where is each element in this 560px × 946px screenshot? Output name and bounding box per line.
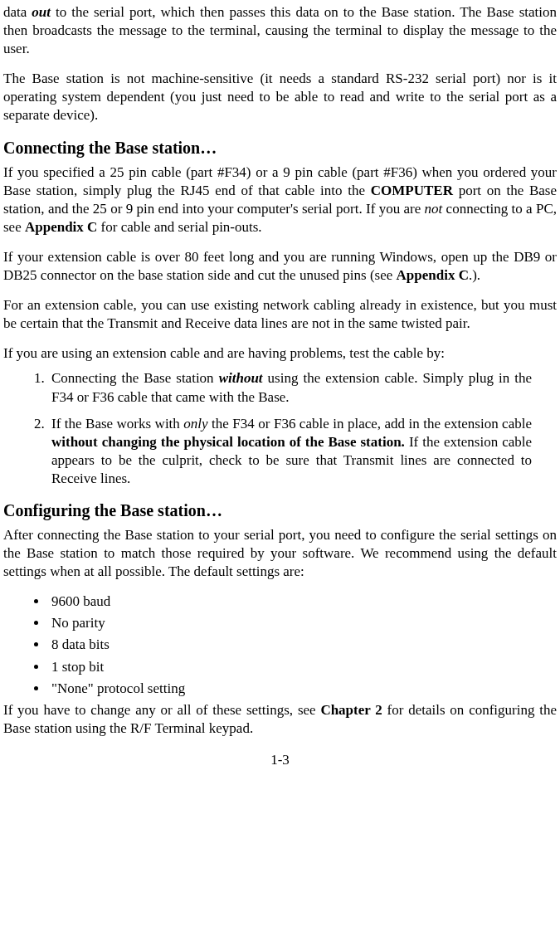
page-number: 1-3 bbox=[3, 751, 557, 769]
paragraph-intro: data out to the serial port, which then … bbox=[3, 3, 557, 58]
list-item-protocol: "None" protocol setting bbox=[48, 680, 557, 698]
emphasis-only: only bbox=[183, 416, 207, 432]
list-item-step-1: Connecting the Base station without usin… bbox=[48, 369, 557, 406]
emphasis-out: out bbox=[32, 4, 51, 20]
heading-configuring: Configuring the Base station… bbox=[3, 500, 557, 521]
heading-connecting: Connecting the Base station… bbox=[3, 137, 557, 158]
list-item-stopbit: 1 stop bit bbox=[48, 658, 557, 676]
paragraph-rs232: The Base station is not machine-sensitiv… bbox=[3, 70, 557, 124]
emphasis-chapter-2: Chapter 2 bbox=[320, 702, 382, 718]
list-item-parity: No parity bbox=[48, 614, 557, 632]
paragraph-test-cable: If you are using an extension cable and … bbox=[3, 344, 557, 363]
paragraph-cable-spec: If you specified a 25 pin cable (part #F… bbox=[3, 163, 557, 236]
list-item-baud: 9600 baud bbox=[48, 592, 557, 611]
bullet-list-settings: 9600 baud No parity 8 data bits 1 stop b… bbox=[3, 592, 557, 697]
paragraph-configure-intro: After connecting the Base station to you… bbox=[3, 526, 557, 581]
emphasis-appendix-c-2: Appendix C bbox=[397, 267, 469, 283]
ordered-list-steps: Connecting the Base station without usin… bbox=[3, 369, 557, 488]
emphasis-computer: COMPUTER bbox=[371, 183, 453, 198]
emphasis-not: not bbox=[425, 201, 443, 217]
emphasis-without-changing: without changing the physical location o… bbox=[51, 434, 405, 450]
paragraph-extension-80ft: If your extension cable is over 80 feet … bbox=[3, 248, 557, 285]
list-item-databits: 8 data bits bbox=[48, 636, 557, 654]
emphasis-appendix-c-1: Appendix C bbox=[25, 219, 97, 235]
list-item-step-2: If the Base works with only the F34 or F… bbox=[48, 415, 557, 488]
paragraph-network-cabling: For an extension cable, you can use exis… bbox=[3, 296, 557, 333]
emphasis-without: without bbox=[219, 370, 263, 386]
paragraph-change-settings: If you have to change any or all of thes… bbox=[3, 701, 557, 738]
